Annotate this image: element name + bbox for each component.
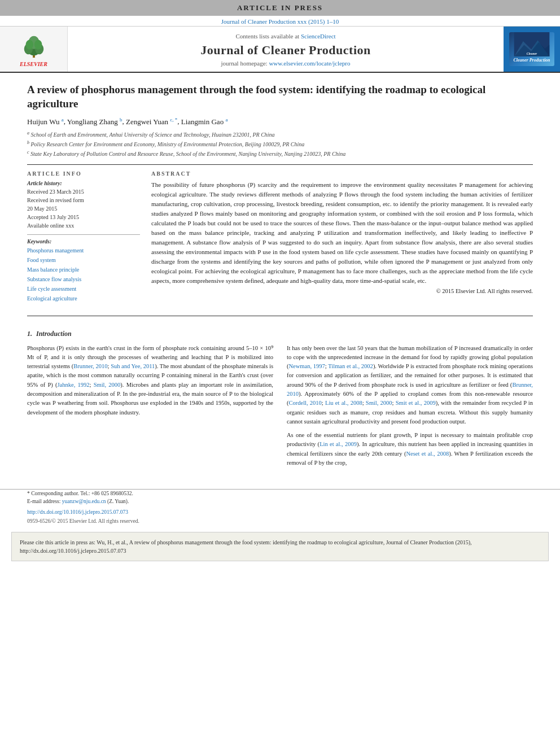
author-1-sup: a <box>62 116 64 122</box>
svg-text:Production: Production <box>524 56 539 57</box>
affil-a: a School of Earth and Environment, Anhui… <box>27 130 533 139</box>
ref-neset[interactable]: Neset et al., 2008 <box>406 451 449 457</box>
keyword-6[interactable]: Ecological agriculture <box>27 294 140 303</box>
intro-left-col: Phosphorus (P) exists in the earth's cru… <box>27 344 273 472</box>
affil-b: b Policy Research Center for Environment… <box>27 139 533 148</box>
issn-line: 0959-6526/© 2015 Elsevier Ltd. All right… <box>27 517 533 525</box>
authors-line: Huijun Wu a, Yongliang Zhang b, Zengwei … <box>27 116 533 126</box>
email-link[interactable]: yuanzw@nju.edu.cn <box>62 499 106 504</box>
footnote-area: * Corresponding author. Tel.: +86 025 89… <box>0 489 560 525</box>
logo-text: Cleaner Production <box>513 58 550 63</box>
journal-ref-line: Journal of Cleaner Production xxx (2015)… <box>0 16 560 27</box>
history-label: Article history: <box>27 180 140 186</box>
abstract-header: ABSTRACT <box>151 171 533 177</box>
body-divider <box>27 316 533 316</box>
ref-suh-yee[interactable]: Suh and Yee, 2011 <box>111 363 155 369</box>
article-info-abstract: ARTICLE INFO Article history: Received 2… <box>27 171 533 308</box>
ref-liu[interactable]: Liu et al., 2008 <box>325 400 362 406</box>
intro-section-title: 1. Introduction <box>27 330 533 338</box>
ref-brunner-2010b[interactable]: Brunner, 2010 <box>287 382 533 397</box>
doi-link[interactable]: http://dx.doi.org/10.1016/j.jclepro.2015… <box>27 509 128 515</box>
accepted-date: Accepted 13 July 2015 <box>27 213 140 221</box>
email-label: E-mail address: <box>27 499 62 504</box>
journal-ref-text: Journal of Cleaner Production xxx (2015)… <box>221 18 339 25</box>
logo-mountain-svg: Cleaner Production <box>510 32 554 56</box>
author-2: Yongliang Zhang b <box>67 117 123 126</box>
keywords-section: Keywords: Phosphorus management Food sys… <box>27 238 140 303</box>
journal-main-title: Journal of Cleaner Production <box>200 43 371 58</box>
svg-point-5 <box>25 40 33 49</box>
homepage-prefix: journal homepage: <box>221 60 269 67</box>
ref-lin[interactable]: Lin et al., 2009 <box>320 441 357 447</box>
ref-newman[interactable]: Newman, 1997 <box>289 363 325 369</box>
author-3: Zengwei Yuan c, * <box>126 117 177 126</box>
received-date: Received 23 March 2015 <box>27 187 140 196</box>
citation-bar: Please cite this article in press as: Wu… <box>11 532 549 561</box>
keyword-2[interactable]: Food system <box>27 255 140 265</box>
intro-para-1: Phosphorus (P) exists in the earth's cru… <box>27 344 273 417</box>
elsevier-wordmark: ELSEVIER <box>20 61 47 67</box>
article-divider <box>27 164 533 165</box>
ref-brunner-2010[interactable]: Brunner, 2010 <box>73 363 107 369</box>
sciencedirect-prefix: Contents lists available at <box>235 33 300 40</box>
intro-para-2: It has only been over the last 50 years … <box>287 344 533 426</box>
keyword-4[interactable]: Substance flow analysis <box>27 274 140 284</box>
svg-text:Cleaner: Cleaner <box>527 52 537 55</box>
affiliations: a School of Earth and Environment, Anhui… <box>27 130 533 159</box>
ref-cordell[interactable]: Cordell, 2010 <box>289 400 322 406</box>
author-4-sup: a <box>225 116 228 122</box>
intro-para-3: As one of the essential nutrients for pl… <box>287 431 533 468</box>
revised-label: Received in revised form <box>27 196 140 204</box>
keyword-3[interactable]: Mass balance principle <box>27 265 140 274</box>
abstract-copyright: © 2015 Elsevier Ltd. All rights reserved… <box>151 288 533 294</box>
keyword-1[interactable]: Phosphorus management <box>27 246 140 255</box>
intro-title: Introduction <box>36 330 72 338</box>
journal-header: ELSEVIER Contents lists available at Sci… <box>0 27 560 73</box>
affil-c: c State Key Laboratory of Pollution Cont… <box>27 149 533 158</box>
article-content: A review of phosphorus management throug… <box>0 73 560 329</box>
abstract-col: ABSTRACT The possibility of future phosp… <box>151 171 533 308</box>
body-section: 1. Introduction Phosphorus (P) exists in… <box>0 329 560 472</box>
available-date: Available online xxx <box>27 221 140 230</box>
ref-jahnke[interactable]: Jahnke, 1992 <box>57 382 89 388</box>
author-2-sup: b <box>120 116 123 122</box>
keywords-list: Phosphorus management Food system Mass b… <box>27 246 140 303</box>
corresponding-note: * Corresponding author. Tel.: +86 025 89… <box>27 490 533 497</box>
keyword-5[interactable]: Life cycle assessment <box>27 284 140 294</box>
revised-date: 20 May 2015 <box>27 204 140 213</box>
article-history: Article history: Received 23 March 2015 … <box>27 180 140 230</box>
email-note: E-mail address: yuanzw@nju.edu.cn (Z. Yu… <box>27 497 533 505</box>
author-4: Liangmin Gao a <box>181 117 228 126</box>
elsevier-tree-icon <box>17 32 51 59</box>
article-in-press-banner: ARTICLE IN PRESS <box>0 0 560 16</box>
ref-smit[interactable]: Smit et al., 2009 <box>396 400 436 406</box>
article-info-col: ARTICLE INFO Article history: Received 2… <box>27 171 140 308</box>
elsevier-logo-area: ELSEVIER <box>0 27 68 72</box>
sciencedirect-line: Contents lists available at ScienceDirec… <box>235 33 335 40</box>
ref-smil-2000b[interactable]: Smil, 2000 <box>366 400 392 406</box>
article-title: A review of phosphorus management throug… <box>27 83 533 111</box>
sciencedirect-link[interactable]: ScienceDirect <box>301 33 336 40</box>
journal-logo-right: Cleaner Production Cleaner Production <box>504 27 560 72</box>
intro-right-col: It has only been over the last 50 years … <box>287 344 533 472</box>
author-1: Huijun Wu a <box>27 117 64 126</box>
journal-homepage-line: journal homepage: www.elsevier.com/locat… <box>221 60 351 67</box>
ref-tilman[interactable]: Tilman et al., 2002 <box>328 363 373 369</box>
homepage-url[interactable]: www.elsevier.com/locate/jclepro <box>269 60 350 67</box>
info-divider <box>27 234 140 235</box>
intro-number: 1. <box>27 330 32 338</box>
journal-title-area: Contents lists available at ScienceDirec… <box>68 27 504 72</box>
keywords-label: Keywords: <box>27 238 140 244</box>
cleaner-production-logo: Cleaner Production Cleaner Production <box>509 32 554 66</box>
ref-smil-2000[interactable]: Smil, 2000 <box>94 382 121 388</box>
email-suffix: (Z. Yuan). <box>106 499 129 504</box>
author-3-sup: c, * <box>170 116 177 122</box>
banner-text: ARTICLE IN PRESS <box>237 3 323 12</box>
intro-two-col: Phosphorus (P) exists in the earth's cru… <box>27 344 533 472</box>
article-info-header: ARTICLE INFO <box>27 171 140 177</box>
citation-text: Please cite this article in press as: Wu… <box>20 539 472 554</box>
abstract-text: The possibility of future phosphorus (P)… <box>151 180 533 286</box>
svg-point-6 <box>34 40 41 49</box>
